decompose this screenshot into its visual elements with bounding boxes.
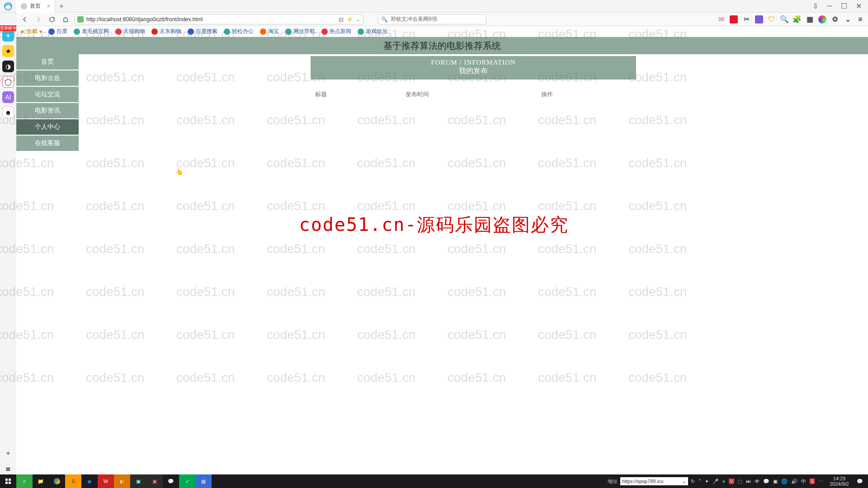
taskbar-wechat-icon[interactable]: 💬 bbox=[163, 474, 179, 488]
tray-volume-icon[interactable]: 🔊 bbox=[791, 479, 797, 484]
minimize-button[interactable]: ─ bbox=[826, 2, 834, 10]
back-button[interactable] bbox=[20, 14, 30, 24]
taskbar-chrome-icon[interactable] bbox=[49, 474, 65, 488]
translate-icon[interactable] bbox=[755, 15, 763, 23]
taskbar-app7-icon[interactable]: ◐ bbox=[114, 474, 130, 488]
window-controls: ⇩ ─ ☐ ✕ bbox=[811, 2, 868, 10]
home-button[interactable] bbox=[61, 14, 71, 24]
nav-personal-center[interactable]: 个人中心 bbox=[16, 119, 79, 135]
dock-app-5[interactable]: AI bbox=[2, 91, 14, 103]
taskbar-calculator-icon[interactable]: ▦ bbox=[195, 474, 212, 488]
taskbar-pycharm-icon[interactable]: ▣ bbox=[130, 474, 146, 488]
taskbar-app11-icon[interactable]: ✓ bbox=[179, 474, 195, 488]
reader-icon[interactable]: ▤ bbox=[339, 16, 344, 23]
taskbar-address-input[interactable]: https://spsp789.icu⌄ bbox=[620, 477, 688, 485]
tray-sogou-icon[interactable]: S bbox=[810, 479, 815, 484]
toolbar-extensions: ✉ ✂ 🛡 🔍 🧩 ▦ ⚙ ⌄ ≡ bbox=[717, 15, 864, 23]
new-tab-button[interactable]: + bbox=[55, 2, 68, 10]
dock-add-button[interactable]: ＋ bbox=[2, 447, 14, 459]
bookmark-games[interactable]: 游戏娱乐 bbox=[358, 28, 387, 35]
shield-ext-icon[interactable]: 🛡 bbox=[768, 15, 776, 23]
tray-ime-icon[interactable]: 中 bbox=[801, 478, 806, 485]
tray-play-icon[interactable]: ⏭ bbox=[746, 479, 751, 484]
notifications-icon[interactable]: 💬 bbox=[852, 474, 868, 488]
close-window-button[interactable]: ✕ bbox=[854, 2, 863, 10]
bookmark-baidusearch[interactable]: 百度搜索 bbox=[188, 28, 217, 35]
nav-movie-info[interactable]: 电影信息 bbox=[16, 70, 79, 86]
clock-time: 14:29 bbox=[830, 476, 849, 481]
nav-forum[interactable]: 论坛交流 bbox=[16, 87, 79, 102]
col-title: 标题 bbox=[315, 90, 406, 99]
taskbar-refresh-icon[interactable]: ↻ bbox=[691, 479, 695, 484]
forward-button[interactable] bbox=[33, 14, 43, 24]
bookmark-nav[interactable]: 网址导航 bbox=[285, 28, 315, 35]
tray-network-icon[interactable]: 🌐 bbox=[781, 479, 788, 484]
zoom-icon[interactable]: 🔍 bbox=[780, 15, 788, 23]
chevron-down-icon[interactable]: ⌄ bbox=[844, 15, 852, 23]
start-button[interactable] bbox=[0, 474, 16, 488]
svg-rect-4 bbox=[9, 482, 11, 484]
taskbar-clock[interactable]: 14:29 2024/9/2 bbox=[827, 476, 852, 487]
chevron-down-icon[interactable]: ⌄ bbox=[356, 16, 360, 23]
dock-app-4[interactable]: ◯ bbox=[2, 76, 14, 88]
tray-app2-icon[interactable]: ▣ bbox=[773, 479, 778, 484]
taskbar-intellij-icon[interactable]: ▣ bbox=[146, 474, 163, 488]
bookmark-news[interactable]: 热点新闻 bbox=[321, 28, 351, 35]
tray-shield-icon[interactable]: V bbox=[729, 479, 734, 484]
reload-button[interactable] bbox=[47, 14, 57, 24]
browser-tab[interactable]: 首页 × bbox=[16, 0, 55, 13]
login-badge[interactable]: 登录账号 bbox=[0, 25, 16, 31]
tray-box-icon[interactable]: ▢ bbox=[738, 479, 742, 484]
bookmark-tmall[interactable]: 天猫购物 bbox=[115, 28, 145, 35]
taskbar-explorer-icon[interactable]: 📁 bbox=[33, 474, 49, 488]
search-placeholder: 郑钦文冲击美网8强 bbox=[391, 15, 437, 23]
svg-rect-3 bbox=[5, 482, 8, 484]
col-publish-time: 发布时间 bbox=[406, 90, 541, 99]
taskbar-wps-icon[interactable]: W bbox=[98, 474, 114, 488]
search-input[interactable]: 🔍 郑钦文冲击美网8强 bbox=[378, 14, 486, 24]
bookmark-laomaotao[interactable]: 老毛桃官网 bbox=[74, 28, 109, 35]
puzzle-icon[interactable]: 🧩 bbox=[793, 15, 801, 23]
tray-eye-icon[interactable]: 👁 bbox=[755, 479, 760, 484]
col-actions: 操作 bbox=[541, 90, 632, 99]
scissors-icon[interactable]: ✂ bbox=[742, 15, 750, 23]
panel-title-en: FORUM / INFORMATION bbox=[311, 59, 636, 66]
weibo-icon[interactable] bbox=[730, 15, 738, 23]
bookmark-jd[interactable]: 京东购物 bbox=[151, 28, 181, 35]
tray-app-icon[interactable]: ● bbox=[722, 479, 726, 484]
tab-favicon-icon bbox=[21, 3, 27, 9]
tray-up-icon[interactable]: ˄ bbox=[698, 479, 701, 484]
tray-mic-icon[interactable]: 🎤 bbox=[712, 479, 719, 484]
dock-app-2[interactable]: ★ bbox=[2, 45, 14, 57]
nav-home[interactable]: 首页 bbox=[16, 54, 79, 70]
download-icon[interactable]: ⇩ bbox=[811, 2, 819, 10]
dock-app-3[interactable]: ◑ bbox=[2, 61, 14, 72]
color-icon[interactable] bbox=[818, 15, 826, 23]
dock-app-6[interactable]: ☻ bbox=[2, 107, 14, 118]
settings-icon[interactable]: ⚙ bbox=[831, 15, 839, 23]
url-input[interactable]: http://localhost:8080/django0ozlt/front/… bbox=[74, 14, 363, 24]
tab-close-icon[interactable]: × bbox=[47, 3, 50, 9]
apps-icon[interactable]: ▦ bbox=[806, 15, 814, 23]
dock-list-button[interactable]: ≣ bbox=[2, 463, 14, 474]
bookmark-taobao[interactable]: 淘宝 bbox=[260, 28, 279, 35]
flash-icon[interactable]: ⚡ bbox=[346, 16, 353, 23]
dock-app-1[interactable]: ✦ bbox=[2, 30, 14, 42]
tray-star-icon[interactable]: ✦ bbox=[705, 479, 709, 484]
taskbar-edge-icon[interactable]: ◉ bbox=[81, 474, 98, 488]
search-icon: 🔍 bbox=[381, 16, 388, 23]
menu-icon[interactable]: ≡ bbox=[856, 15, 864, 23]
url-text: http://localhost:8080/django0ozlt/front/… bbox=[86, 16, 203, 23]
taskbar-sublime-icon[interactable]: S bbox=[65, 474, 81, 488]
mail-icon[interactable]: ✉ bbox=[717, 15, 725, 23]
page-viewport: 基于推荐算法的电影推荐系统 首页 电影信息 论坛交流 电影资讯 个人中心 在线客… bbox=[16, 37, 868, 474]
taskbar-browser-icon[interactable]: e bbox=[16, 474, 33, 488]
nav-customer-service[interactable]: 在线客服 bbox=[16, 136, 79, 151]
maximize-button[interactable]: ☐ bbox=[840, 2, 848, 10]
bookmark-office[interactable]: 轻松办公 bbox=[224, 28, 254, 35]
tray-dots-icon[interactable]: ⋯ bbox=[818, 479, 823, 484]
nav-movie-news[interactable]: 电影资讯 bbox=[16, 103, 79, 118]
bookmark-baidu[interactable]: 百度 bbox=[48, 28, 67, 35]
clock-date: 2024/9/2 bbox=[830, 481, 849, 487]
tray-wechat-icon[interactable]: 💬 bbox=[763, 479, 769, 484]
